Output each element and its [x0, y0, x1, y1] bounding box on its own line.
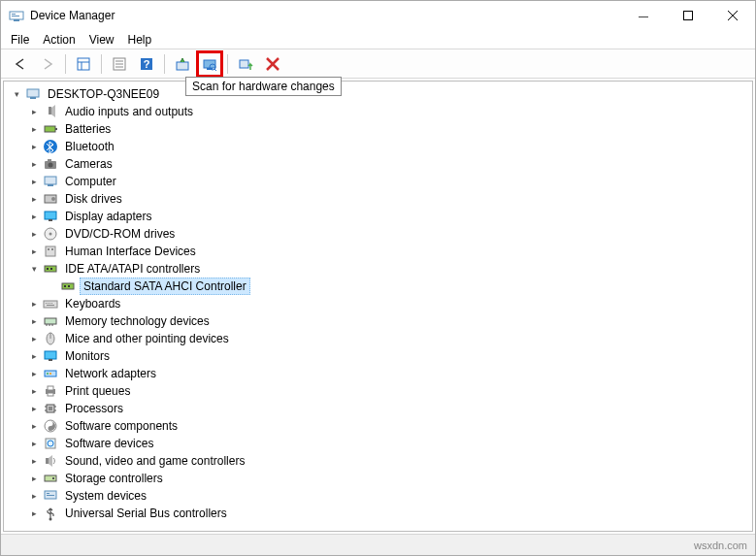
menu-help[interactable]: Help: [128, 33, 152, 47]
expander-icon[interactable]: ▸: [27, 140, 41, 153]
minimize-button[interactable]: —: [621, 1, 666, 30]
expander-icon[interactable]: ▸: [27, 472, 41, 485]
expander-icon[interactable]: ▸: [27, 210, 41, 223]
tree-node[interactable]: ▾IDE ATA/ATAPI controllers: [10, 260, 746, 278]
tree-node[interactable]: ▸Computer: [10, 173, 746, 190]
maximize-button[interactable]: [666, 1, 710, 30]
svg-rect-3: [12, 16, 19, 16]
device-tree[interactable]: ▾ DESKTOP-Q3NEE09 ▸Audio inputs and outp…: [3, 81, 753, 532]
menu-file[interactable]: File: [11, 33, 29, 47]
tree-node-label: IDE ATA/ATAPI controllers: [62, 261, 203, 277]
svg-rect-41: [46, 246, 55, 256]
tree-root-node[interactable]: ▾ DESKTOP-Q3NEE09: [10, 85, 746, 103]
tree-node[interactable]: ▸Print queues: [10, 382, 746, 400]
svg-rect-43: [51, 248, 53, 250]
tree-node[interactable]: ▸Network adapters: [10, 365, 746, 382]
tree-node-label: Software devices: [62, 436, 156, 451]
tree-node[interactable]: ▸Universal Serial Bus controllers: [10, 505, 746, 522]
forward-button[interactable]: [36, 52, 59, 76]
expander-icon[interactable]: ▸: [27, 245, 41, 258]
expander-icon[interactable]: ▸: [27, 297, 41, 311]
close-button[interactable]: [710, 1, 755, 30]
expander-icon[interactable]: ▸: [27, 454, 41, 468]
computer-icon: [43, 174, 58, 189]
svg-rect-79: [46, 458, 49, 464]
tree-node[interactable]: ▸Sound, video and game controllers: [10, 452, 746, 470]
tree-node[interactable]: ▸Batteries: [10, 120, 746, 138]
expander-icon[interactable]: ▸: [27, 507, 41, 520]
softcomp-icon: [43, 418, 58, 434]
tree-node-label: Network adapters: [62, 366, 159, 381]
tree-node[interactable]: ▸Cameras: [10, 155, 746, 173]
tree-node[interactable]: ▸Bluetooth: [10, 138, 746, 155]
tree-node[interactable]: ▸System devices: [10, 487, 746, 505]
expander-icon[interactable]: ▸: [27, 489, 41, 503]
menubar: File Action View Help: [1, 30, 755, 49]
tree-node[interactable]: ▸Monitors: [10, 347, 746, 365]
expander-icon[interactable]: ▸: [27, 437, 41, 450]
expander-icon[interactable]: ▸: [27, 105, 41, 118]
svg-rect-68: [48, 386, 53, 390]
tree-node[interactable]: ▸Software components: [10, 417, 746, 435]
expander-icon[interactable]: ▸: [27, 192, 41, 206]
svg-rect-26: [49, 107, 51, 114]
show-hide-tree-button[interactable]: [72, 52, 95, 76]
tree-node[interactable]: ▸Display adapters: [10, 208, 746, 225]
expander-icon[interactable]: ▸: [27, 402, 41, 415]
svg-rect-50: [44, 301, 57, 308]
svg-rect-54: [51, 303, 52, 304]
expander-icon[interactable]: ▸: [27, 367, 41, 380]
tree-node-label: Processors: [62, 401, 126, 416]
tree-node[interactable]: ▸Memory technology devices: [10, 312, 746, 330]
menu-view[interactable]: View: [89, 33, 115, 47]
expander-icon[interactable]: ▸: [27, 332, 41, 345]
disable-device-button[interactable]: [261, 52, 284, 76]
scan-hardware-button[interactable]: [198, 52, 221, 76]
tree-node[interactable]: ▸Human Interface Devices: [10, 243, 746, 260]
tree-child-node[interactable]: Standard SATA AHCI Controller: [10, 278, 746, 295]
expander-icon[interactable]: ▸: [27, 122, 41, 136]
expander-icon[interactable]: ▸: [27, 175, 41, 188]
properties-button[interactable]: [108, 52, 131, 76]
tree-node[interactable]: ▸Audio inputs and outputs: [10, 103, 746, 120]
update-driver-button[interactable]: [171, 52, 194, 76]
tree-node[interactable]: ▸Software devices: [10, 435, 746, 452]
svg-rect-38: [49, 219, 52, 221]
menu-action[interactable]: Action: [43, 33, 75, 47]
svg-rect-80: [45, 475, 56, 481]
svg-rect-55: [47, 305, 54, 306]
tree-node-label: DVD/CD-ROM drives: [62, 226, 178, 242]
svg-rect-83: [47, 493, 49, 494]
tree-node[interactable]: ▸Mice and other pointing devices: [10, 330, 746, 347]
tree-node[interactable]: ▸DVD/CD-ROM drives: [10, 225, 746, 243]
tree-node-label: Print queues: [62, 383, 133, 399]
help-button[interactable]: ?: [135, 52, 158, 76]
softdev-icon: [43, 436, 58, 451]
tree-node-label: Disk drives: [62, 191, 125, 207]
tree-node-label: Standard SATA AHCI Controller: [80, 278, 250, 295]
expander-icon[interactable]: [45, 279, 58, 293]
tree-node-label: Bluetooth: [62, 139, 117, 154]
separator: [164, 54, 165, 74]
svg-rect-16: [177, 62, 188, 70]
system-icon: [43, 488, 58, 504]
tree-node[interactable]: ▸Storage controllers: [10, 470, 746, 487]
tree-node[interactable]: ▸Processors: [10, 400, 746, 417]
tree-node-label: Computer: [62, 174, 119, 189]
expander-icon[interactable]: ▸: [27, 227, 41, 241]
expander-icon[interactable]: ▸: [27, 157, 41, 171]
expander-icon[interactable]: ▸: [27, 314, 41, 328]
expander-icon[interactable]: ▾: [27, 262, 41, 276]
tree-node[interactable]: ▸Keyboards: [10, 295, 746, 312]
expander-icon[interactable]: ▾: [10, 87, 23, 101]
tree-node-label: System devices: [62, 488, 149, 504]
back-button[interactable]: [9, 52, 32, 76]
dvd-icon: [43, 226, 58, 242]
svg-point-85: [49, 518, 52, 521]
expander-icon[interactable]: ▸: [27, 349, 41, 363]
expander-icon[interactable]: ▸: [27, 384, 41, 398]
expander-icon[interactable]: ▸: [27, 419, 41, 433]
tree-node[interactable]: ▸Disk drives: [10, 190, 746, 208]
uninstall-device-button[interactable]: [234, 52, 257, 76]
tree-node-label: Sound, video and game controllers: [62, 453, 247, 469]
